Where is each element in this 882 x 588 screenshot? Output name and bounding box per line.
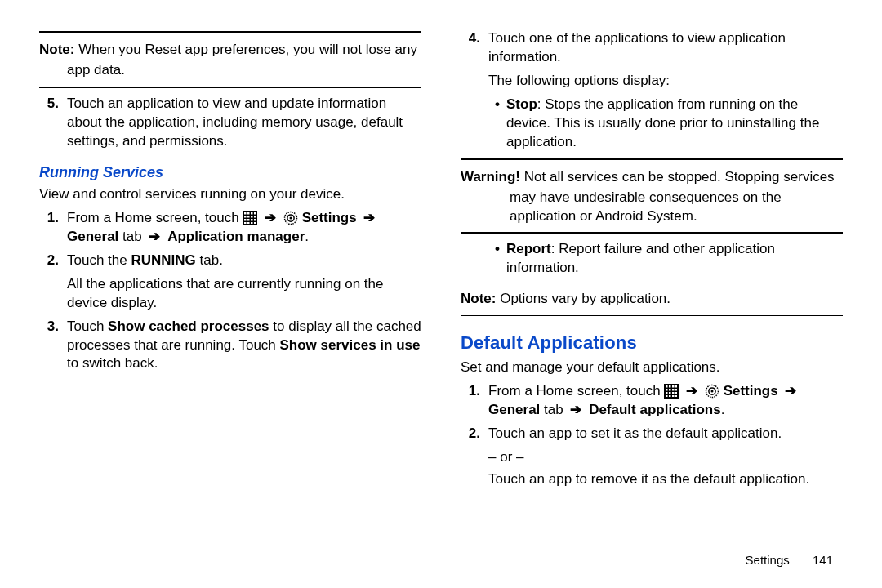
svg-rect-9 [244, 219, 247, 221]
right-column: 4. Touch one of the applications to view… [441, 24, 843, 564]
step-4: 4. Touch one of the applications to view… [461, 29, 843, 67]
text: From a Home screen, touch [488, 383, 664, 399]
note-body: When you Reset app preferences, you will… [78, 42, 417, 57]
option-report: • Report: Report failure and other appli… [488, 240, 843, 278]
svg-rect-21 [666, 385, 668, 388]
arrow-icon: ➔ [782, 383, 800, 399]
divider-thin [461, 315, 843, 316]
period: . [721, 402, 725, 417]
svg-rect-23 [672, 385, 675, 388]
running-step-2: 2. Touch the RUNNING tab. [39, 252, 421, 270]
note-options-vary: Note: Options vary by application. [461, 288, 843, 310]
svg-rect-3 [251, 212, 253, 215]
step-number: 2. [39, 252, 67, 270]
step-text: From a Home screen, touch ➔ Settings ➔ G… [488, 382, 843, 420]
options-list-2: • Report: Report failure and other appli… [461, 240, 843, 278]
svg-rect-13 [244, 222, 247, 224]
bullet-icon: • [488, 96, 506, 152]
running-steps-cont: 3. Touch Show cached processes to displa… [39, 318, 421, 374]
svg-rect-8 [254, 216, 256, 218]
stop-label: Stop [506, 96, 537, 112]
running-tab-label: RUNNING [131, 252, 195, 268]
steps-list-right: 4. Touch one of the applications to view… [461, 29, 843, 67]
step-number: 1. [461, 382, 488, 420]
arrow-icon: ➔ [683, 383, 701, 399]
warning-label: Warning! [461, 169, 520, 185]
divider [461, 158, 843, 160]
step-text: Touch the RUNNING tab. [67, 252, 421, 270]
svg-rect-2 [247, 212, 250, 215]
apps-grid-icon [243, 211, 257, 225]
svg-rect-14 [247, 222, 250, 224]
divider [461, 232, 843, 234]
note-label: Note: [461, 291, 496, 306]
svg-rect-30 [669, 392, 671, 394]
text: to switch back. [67, 355, 158, 371]
settings-gear-icon [283, 211, 298, 225]
arrow-icon: ➔ [261, 210, 279, 225]
divider-thin [461, 283, 843, 283]
running-step-1: 1. From a Home screen, touch ➔ Settings … [39, 209, 421, 247]
show-cached-label: Show cached processes [108, 318, 269, 334]
svg-rect-26 [669, 389, 671, 391]
svg-rect-33 [666, 395, 668, 397]
settings-label: Settings [724, 383, 778, 399]
svg-rect-27 [672, 389, 675, 391]
app-manager-label: Application manager [167, 229, 305, 244]
note-reset-prefs: Note: When you Reset app preferences, yo… [39, 39, 421, 61]
option-text: Report: Report failure and other applica… [506, 240, 843, 278]
text: : Stops the application from running on … [506, 96, 819, 149]
running-step-3: 3. Touch Show cached processes to displa… [39, 318, 421, 374]
text: tab. [196, 252, 223, 268]
warning-text: Not all services can be stopped. Stoppin… [520, 169, 835, 185]
step-text: Touch an app to set it as the default ap… [488, 425, 843, 443]
default-intro: Set and manage your default applications… [461, 359, 843, 377]
svg-rect-6 [247, 216, 250, 218]
svg-point-39 [710, 390, 713, 393]
show-services-label: Show services in use [280, 337, 421, 353]
warning-cont: application or Android System. [461, 207, 843, 226]
step-4-cont: The following options display: [461, 72, 843, 91]
manual-page: Note: When you Reset app preferences, yo… [0, 0, 882, 588]
or-separator: – or – [461, 448, 843, 467]
svg-rect-12 [254, 219, 256, 221]
left-column: Note: When you Reset app preferences, yo… [39, 24, 441, 564]
option-stop: • Stop: Stops the application from runni… [488, 96, 843, 152]
running-steps: 1. From a Home screen, touch ➔ Settings … [39, 209, 421, 270]
arrow-icon: ➔ [567, 402, 585, 417]
default-apps-label: Default applications [589, 402, 721, 417]
text: tab [544, 402, 567, 417]
period: . [305, 229, 309, 244]
step-2-cont: All the applications that are currently … [39, 275, 421, 313]
text: From a Home screen, touch [67, 210, 243, 225]
apps-grid-icon [664, 384, 679, 399]
settings-gear-icon [705, 384, 719, 399]
step-text: Touch Show cached processes to display a… [67, 318, 421, 374]
svg-rect-22 [669, 385, 671, 388]
subheading-running-services: Running Services [39, 163, 421, 182]
svg-rect-24 [675, 385, 677, 388]
default-step-2: 2. Touch an app to set it as the default… [461, 425, 843, 443]
general-tab-label: General [67, 229, 118, 244]
step-2-alt: Touch an app to remove it as the default… [461, 470, 843, 489]
steps-list: 5. Touch an application to view and upda… [39, 95, 421, 151]
step-number: 1. [39, 209, 67, 247]
svg-rect-15 [251, 222, 253, 224]
divider [39, 87, 421, 88]
options-list: • Stop: Stops the application from runni… [461, 96, 843, 152]
arrow-icon: ➔ [145, 229, 163, 244]
svg-rect-29 [666, 392, 668, 394]
text: tab [122, 229, 145, 244]
footer-page-number: 141 [813, 553, 833, 567]
svg-rect-25 [666, 389, 668, 391]
svg-rect-35 [672, 395, 675, 397]
step-text: From a Home screen, touch ➔ Settings ➔ G… [67, 209, 421, 247]
option-text: Stop: Stops the application from running… [506, 96, 843, 152]
report-label: Report [506, 241, 551, 256]
warning-cont: may have undesirable consequences on the [461, 189, 843, 207]
svg-point-19 [289, 217, 292, 220]
svg-rect-36 [675, 395, 677, 397]
text: Touch the [67, 252, 131, 268]
step-text: Touch an application to view and update … [67, 95, 421, 151]
settings-label: Settings [302, 210, 357, 225]
